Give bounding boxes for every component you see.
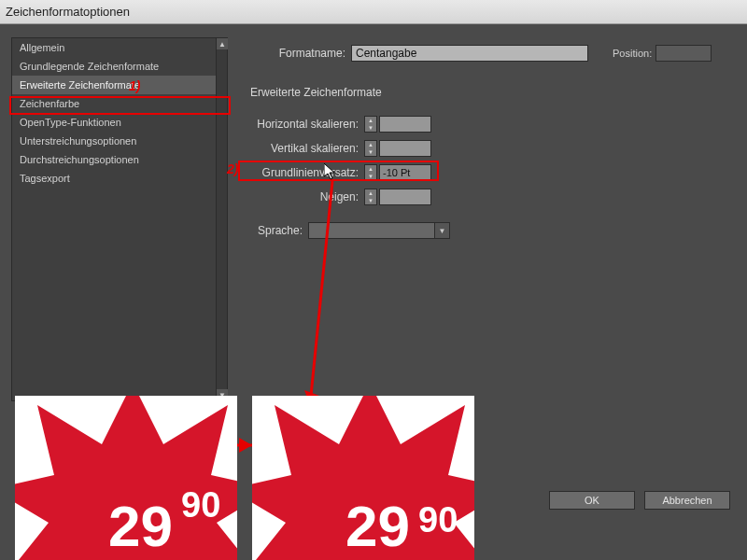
skew-label: Neigen:: [243, 190, 364, 203]
dialog-body: Allgemein Grundlegende Zeichenformate Er…: [0, 24, 747, 560]
language-dropdown[interactable]: ▼: [308, 222, 450, 239]
baseline-row: Grundlinienversatz: ▲▼: [243, 161, 431, 185]
formatname-row: Formatname:: [252, 45, 588, 62]
sidebar-item-unterstreichung[interactable]: Unterstreichungsoptionen: [12, 132, 227, 150]
svg-marker-4: [239, 438, 252, 453]
annotation-label-1: 1): [129, 78, 140, 93]
panel-title: Erweiterte Zeichenformate: [250, 86, 382, 99]
language-label: Sprache:: [243, 224, 308, 237]
vscale-label: Vertikal skalieren:: [243, 142, 364, 155]
preview-after: 29 90: [252, 396, 474, 560]
sidebar-item-erweiterte[interactable]: Erweiterte Zeichenformate: [12, 76, 227, 94]
hscale-row: Horizontal skalieren: ▲▼: [243, 112, 431, 136]
svg-line-1: [310, 181, 332, 405]
annotation-label-2: 2): [227, 161, 238, 176]
cancel-button[interactable]: Abbrechen: [644, 491, 730, 510]
advanced-form: Horizontal skalieren: ▲▼ Vertikal skalie…: [243, 112, 431, 209]
sidebar-item-opentype[interactable]: OpenType-Funktionen: [12, 113, 227, 132]
sidebar-item-zeichenfarbe[interactable]: Zeichenfarbe: [12, 94, 227, 113]
scroll-up-icon[interactable]: ▲: [217, 38, 228, 49]
formatname-label: Formatname:: [252, 47, 345, 60]
baseline-stepper[interactable]: ▲▼: [364, 164, 377, 181]
preview-big-number: 29: [345, 493, 410, 559]
sidebar-scrollbar[interactable]: ▲ ▼: [216, 38, 227, 400]
vscale-row: Vertikal skalieren: ▲▼: [243, 136, 431, 161]
preview-big-number: 29: [108, 493, 173, 559]
skew-input[interactable]: [379, 189, 431, 205]
preview-before: 29 90: [15, 396, 237, 560]
title-bar: Zeichenformatoptionen: [0, 0, 747, 24]
position-row: Position:: [613, 45, 712, 62]
chevron-down-icon[interactable]: ▼: [434, 223, 449, 238]
sidebar-item-durchstreichung[interactable]: Durchstreichungsoptionen: [12, 150, 227, 169]
sidebar-item-allgemein[interactable]: Allgemein: [12, 38, 227, 57]
vscale-stepper[interactable]: ▲▼: [364, 140, 377, 157]
preview-sup-number: 90: [418, 500, 458, 540]
category-sidebar: Allgemein Grundlegende Zeichenformate Er…: [11, 37, 228, 401]
sidebar-item-tagsexport[interactable]: Tagsexport: [12, 169, 227, 188]
position-dropdown[interactable]: [655, 45, 712, 62]
skew-row: Neigen: ▲▼: [243, 185, 431, 209]
baseline-input[interactable]: [379, 164, 431, 181]
window-title: Zeichenformatoptionen: [6, 5, 130, 19]
preview-sup-number: 90: [181, 485, 220, 525]
vscale-input[interactable]: [379, 140, 431, 157]
sidebar-item-grundlegende[interactable]: Grundlegende Zeichenformate: [12, 57, 227, 76]
position-label: Position:: [613, 48, 652, 59]
hscale-stepper[interactable]: ▲▼: [364, 116, 377, 133]
ok-button[interactable]: OK: [549, 491, 635, 510]
annotation-arrow-diag: [304, 181, 342, 424]
hscale-input[interactable]: [379, 116, 431, 133]
hscale-label: Horizontal skalieren:: [243, 118, 364, 131]
skew-stepper[interactable]: ▲▼: [364, 189, 377, 205]
dialog-buttons: OK Abbrechen: [549, 491, 730, 510]
formatname-input[interactable]: [351, 45, 588, 62]
language-row: Sprache: ▼: [243, 222, 450, 239]
baseline-label: Grundlinienversatz:: [243, 166, 364, 179]
